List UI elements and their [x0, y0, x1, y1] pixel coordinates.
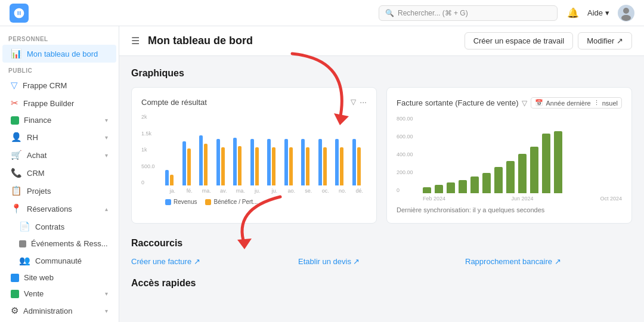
y-axis: 2k 1.5k 1k 500.0 0	[141, 114, 155, 185]
sidebar-item-site-web[interactable]: Site web	[2, 270, 116, 286]
sidebar-item-reservations[interactable]: 📍 Réservations ▴	[2, 200, 116, 218]
bar-orange	[187, 148, 191, 185]
graphiques-title: Graphiques	[131, 68, 632, 79]
administration-icon: ⚙	[11, 305, 18, 316]
help-menu[interactable]: Aide ▾	[587, 8, 609, 17]
bar-orange	[323, 147, 327, 185]
dashboard-icon: 📊	[11, 48, 22, 59]
search-input[interactable]: 🔍 Rechercher... (⌘ + G)	[379, 5, 558, 21]
bar-group	[267, 139, 282, 185]
sidebar-item-label: CRM	[27, 169, 45, 178]
sidebar-section-personnel: PERSONNEL	[0, 31, 119, 45]
sidebar-item-administration[interactable]: ⚙ Administration ▾	[2, 302, 116, 320]
x-labels: ja. fé. ma. av. ma. ju. ju. ao. se. oc. …	[141, 188, 367, 194]
period-selector[interactable]: 📅 Année dernière ⋮ nsuel	[531, 97, 622, 109]
sidebar-item-mon-tableau[interactable]: 📊 Mon tableau de bord	[2, 45, 116, 63]
bar-orange	[306, 147, 309, 185]
bar-green	[470, 177, 479, 193]
filter-icon: ▽	[11, 80, 18, 91]
sidebar-item-label: Frappe CRM	[23, 81, 67, 90]
chart-compte-resultat: Compte de résultat ▽ ··· 2k 1.5k 1k 500.…	[131, 87, 377, 224]
bar-group	[165, 170, 180, 185]
bar-orange	[238, 146, 242, 185]
app-logo[interactable]	[10, 4, 29, 23]
bar-blue	[216, 139, 220, 185]
chevron-down-icon: ▾	[105, 152, 108, 159]
sidebar-item-rh[interactable]: 👤 RH ▾	[2, 128, 116, 146]
bar-group	[250, 139, 265, 185]
crm-icon: 📞	[11, 168, 22, 178]
chevron-down-icon: ▾	[105, 290, 108, 297]
filter-icon[interactable]: ▽	[351, 98, 356, 106]
bar-orange	[340, 147, 343, 185]
subheader-actions: Créer un espace de travail Modifier ↗	[465, 32, 632, 49]
communaute-icon: 👥	[19, 255, 30, 266]
rh-icon: 👤	[11, 132, 22, 143]
bar-chart-right-wrap: 800.00 600.00 400.00 200.00 0	[397, 116, 622, 202]
bar-group	[335, 139, 350, 185]
bar-group	[284, 139, 299, 185]
notification-bell-icon[interactable]: 🔔	[567, 7, 579, 18]
bar-blue	[182, 141, 186, 185]
search-placeholder: Rechercher... (⌘ + G)	[398, 9, 468, 17]
sidebar-item-projets[interactable]: 📋 Projets	[2, 182, 116, 200]
bar-green	[447, 182, 455, 193]
bar-orange	[357, 147, 361, 185]
sidebar-item-label: RH	[27, 133, 38, 142]
bar-orange	[170, 175, 174, 185]
bar-blue	[233, 138, 237, 185]
shortcut-rapprochement[interactable]: Rapprochement bancaire ↗	[465, 257, 632, 266]
sidebar-item-frappe-builder[interactable]: ✂ Frappe Builder	[2, 94, 116, 112]
sidebar-item-finance[interactable]: Finance ▾	[2, 112, 116, 128]
legend-revenus: Revenus	[165, 199, 197, 205]
shortcut-creer-facture[interactable]: Créer une facture ↗	[131, 257, 298, 266]
sidebar-item-crm[interactable]: 📞 CRM	[2, 164, 116, 182]
bar-green	[530, 147, 538, 193]
more-options-icon[interactable]: ···	[360, 97, 367, 107]
bar-blue	[267, 139, 271, 185]
chart-facture-sortante: Facture sortante (Facture de vente) ▽ 📅 …	[386, 87, 632, 224]
shortcut-label: Etablir un devis ↗	[298, 257, 360, 266]
bar-group	[301, 139, 316, 185]
topnav-right: 🔔 Aide ▾	[567, 5, 634, 21]
legend-dot-orange	[205, 199, 211, 205]
filter-icon[interactable]: ▽	[522, 99, 527, 107]
bar-blue	[165, 170, 169, 185]
evenements-icon	[19, 240, 26, 247]
sidebar-item-communaute[interactable]: 👥 Communauté	[2, 252, 116, 270]
bar-green	[435, 185, 443, 193]
bar-blue	[199, 135, 203, 185]
legend-label: Revenus	[174, 199, 197, 205]
sidebar-item-label: Projets	[27, 187, 51, 196]
bar-blue	[301, 139, 305, 185]
chart-legend: Revenus Bénéfice / Pert...	[141, 199, 367, 205]
hamburger-menu-icon[interactable]: ☰	[131, 35, 140, 47]
avatar[interactable]	[618, 5, 634, 21]
sidebar-item-label: Contrats	[35, 222, 64, 231]
sidebar-item-label: Achat	[27, 151, 47, 160]
bar-green	[518, 154, 527, 193]
modifier-button[interactable]: Modifier ↗	[578, 32, 632, 49]
bar-group	[352, 139, 367, 185]
achat-icon: 🛒	[11, 150, 22, 160]
sidebar-section-public: PUBLIC	[0, 63, 119, 76]
period-separator: ⋮	[593, 99, 600, 107]
vente-icon	[11, 290, 19, 298]
bar-orange	[289, 147, 293, 185]
sidebar-item-achat[interactable]: 🛒 Achat ▾	[2, 146, 116, 164]
chart-header: Compte de résultat ▽ ···	[141, 97, 367, 107]
sidebar-item-evenements[interactable]: Événements & Ress...	[2, 236, 116, 252]
bar-orange	[272, 147, 275, 185]
sidebar-item-vente[interactable]: Vente ▾	[2, 286, 116, 302]
bar-chart-right	[397, 116, 622, 193]
creer-espace-button[interactable]: Créer un espace de travail	[465, 32, 573, 49]
bar-blue	[318, 139, 322, 185]
bar-group	[318, 139, 333, 185]
sidebar-item-frappe-crm[interactable]: ▽ Frappe CRM	[2, 76, 116, 94]
bar-orange	[221, 147, 225, 185]
bar-orange	[255, 147, 259, 185]
reservations-icon: 📍	[11, 203, 22, 214]
charts-row: Compte de résultat ▽ ··· 2k 1.5k 1k 500.…	[131, 87, 632, 224]
shortcut-etablir-devis[interactable]: Etablir un devis ↗	[298, 257, 465, 266]
sidebar-item-contrats[interactable]: 📄 Contrats	[2, 218, 116, 236]
